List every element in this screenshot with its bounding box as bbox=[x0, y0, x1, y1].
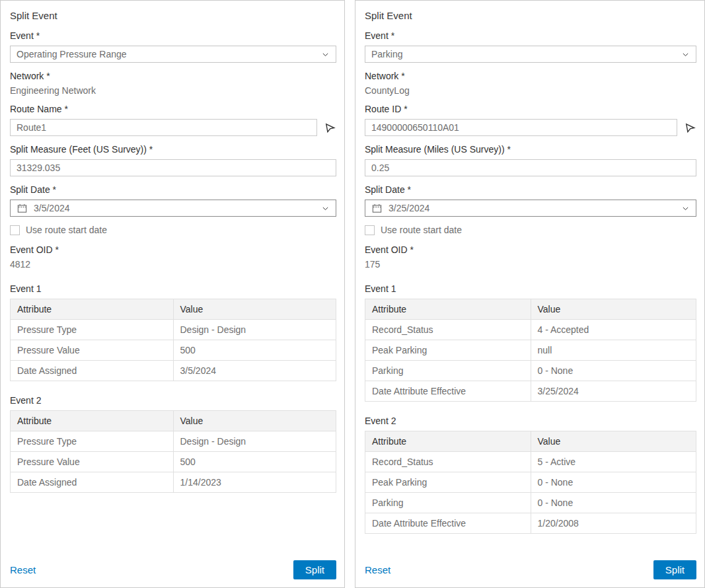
table-row: Date Assigned 3/5/2024 bbox=[11, 361, 336, 381]
attribute-cell: Parking bbox=[365, 361, 531, 381]
table-header-row: Attribute Value bbox=[365, 299, 696, 320]
value-cell: 3/5/2024 bbox=[173, 361, 336, 381]
table-row: Pressure Type Design - Design bbox=[11, 320, 336, 340]
network-label: Network * bbox=[365, 71, 696, 81]
attribute-cell: Date Assigned bbox=[11, 361, 174, 381]
reset-button[interactable]: Reset bbox=[10, 564, 36, 575]
attribute-cell: Date Assigned bbox=[11, 472, 174, 493]
event-oid-label: Event OID * bbox=[10, 244, 336, 255]
table-row: Record_Status 5 - Active bbox=[365, 452, 696, 472]
chevron-down-icon bbox=[681, 50, 690, 59]
route-picker-button[interactable] bbox=[683, 121, 696, 134]
split-date-picker[interactable]: 3/25/2024 bbox=[365, 200, 696, 217]
use-route-start-date-label: Use route start date bbox=[381, 225, 462, 235]
column-header-value: Value bbox=[531, 299, 696, 320]
event1-table: Attribute Value Pressure Type Design - D… bbox=[10, 299, 336, 381]
split-button[interactable]: Split bbox=[293, 560, 336, 579]
value-cell: 4 - Accepted bbox=[531, 320, 696, 340]
attribute-cell: Pressure Value bbox=[11, 452, 174, 472]
use-route-start-date-checkbox[interactable] bbox=[365, 225, 375, 235]
split-measure-input[interactable] bbox=[365, 159, 696, 176]
value-cell: Design - Design bbox=[173, 320, 336, 340]
split-date-value: 3/25/2024 bbox=[389, 203, 429, 213]
table-row: Parking 0 - None bbox=[365, 493, 696, 513]
event1-title: Event 1 bbox=[10, 283, 336, 294]
split-button[interactable]: Split bbox=[653, 560, 696, 579]
event2-title: Event 2 bbox=[10, 395, 336, 406]
reset-button[interactable]: Reset bbox=[365, 564, 390, 575]
value-cell: 0 - None bbox=[531, 493, 696, 513]
value-cell: null bbox=[531, 340, 696, 361]
event-label: Event * bbox=[365, 30, 696, 41]
route-input[interactable] bbox=[365, 119, 677, 136]
split-event-panel-left: Split Event Event * Operating Pressure R… bbox=[0, 0, 345, 588]
route-input[interactable] bbox=[10, 119, 317, 136]
split-event-panels: Split Event Event * Operating Pressure R… bbox=[0, 0, 705, 588]
route-label: Route ID * bbox=[365, 104, 696, 114]
panel-footer: Reset Split bbox=[365, 554, 696, 581]
event-select[interactable]: Parking bbox=[365, 46, 696, 63]
attribute-cell: Parking bbox=[365, 493, 531, 513]
value-cell: 0 - None bbox=[531, 361, 696, 381]
column-header-attribute: Attribute bbox=[365, 299, 531, 320]
event-oid-value: 175 bbox=[365, 259, 696, 270]
event-select[interactable]: Operating Pressure Range bbox=[10, 46, 336, 63]
event-select-value: Parking bbox=[371, 49, 402, 59]
table-row: Parking 0 - None bbox=[365, 361, 696, 381]
attribute-cell: Record_Status bbox=[365, 320, 531, 340]
event-label: Event * bbox=[10, 30, 336, 41]
column-header-attribute: Attribute bbox=[11, 299, 174, 320]
use-route-start-date-checkbox[interactable] bbox=[10, 225, 20, 235]
split-date-label: Split Date * bbox=[10, 184, 336, 195]
column-header-value: Value bbox=[173, 299, 336, 320]
table-row: Pressure Value 500 bbox=[11, 452, 336, 472]
chevron-down-icon bbox=[321, 204, 330, 213]
attribute-cell: Date Attribute Effective bbox=[365, 381, 531, 402]
value-cell: 5 - Active bbox=[531, 452, 696, 472]
route-picker-button[interactable] bbox=[323, 121, 336, 134]
value-cell: Design - Design bbox=[173, 431, 336, 452]
attribute-cell: Date Attribute Effective bbox=[365, 513, 531, 534]
table-row: Pressure Type Design - Design bbox=[11, 431, 336, 452]
event1-table: Attribute Value Record_Status 4 - Accept… bbox=[365, 299, 696, 402]
calendar-icon bbox=[371, 203, 383, 214]
event-select-value: Operating Pressure Range bbox=[17, 49, 127, 59]
map-pointer-icon bbox=[684, 122, 696, 134]
event-oid-label: Event OID * bbox=[365, 244, 696, 255]
value-cell: 3/25/2024 bbox=[531, 381, 696, 402]
event2-table: Attribute Value Record_Status 5 - Active… bbox=[365, 431, 696, 534]
value-cell: 500 bbox=[173, 340, 336, 361]
value-cell: 500 bbox=[173, 452, 336, 472]
page-title: Split Event bbox=[10, 10, 336, 21]
value-cell: 0 - None bbox=[531, 472, 696, 493]
column-header-attribute: Attribute bbox=[11, 411, 174, 431]
page-title: Split Event bbox=[365, 10, 696, 21]
split-measure-label: Split Measure (Feet (US Survey)) * bbox=[10, 144, 336, 155]
attribute-cell: Pressure Type bbox=[11, 320, 174, 340]
event1-title: Event 1 bbox=[365, 283, 696, 294]
column-header-value: Value bbox=[531, 431, 696, 452]
split-date-value: 3/5/2024 bbox=[34, 203, 70, 213]
panel-footer: Reset Split bbox=[10, 554, 336, 581]
event2-title: Event 2 bbox=[365, 416, 696, 426]
split-date-picker[interactable]: 3/5/2024 bbox=[10, 200, 336, 217]
calendar-icon bbox=[17, 203, 28, 214]
attribute-cell: Pressure Type bbox=[11, 431, 174, 452]
column-header-attribute: Attribute bbox=[365, 431, 531, 452]
split-date-label: Split Date * bbox=[365, 184, 696, 195]
network-value: CountyLog bbox=[365, 85, 696, 96]
table-row: Pressure Value 500 bbox=[11, 340, 336, 361]
table-row: Peak Parking 0 - None bbox=[365, 472, 696, 493]
use-route-start-date-label: Use route start date bbox=[26, 225, 107, 235]
value-cell: 1/14/2023 bbox=[173, 472, 336, 493]
value-cell: 1/20/2008 bbox=[531, 513, 696, 534]
route-label: Route Name * bbox=[10, 104, 336, 114]
map-pointer-icon bbox=[324, 122, 336, 134]
split-measure-input[interactable] bbox=[10, 159, 336, 176]
table-row: Peak Parking null bbox=[365, 340, 696, 361]
network-value: Engineering Network bbox=[10, 85, 336, 96]
table-header-row: Attribute Value bbox=[11, 411, 336, 431]
attribute-cell: Record_Status bbox=[365, 452, 531, 472]
table-row: Date Attribute Effective 1/20/2008 bbox=[365, 513, 696, 534]
network-label: Network * bbox=[10, 71, 336, 81]
